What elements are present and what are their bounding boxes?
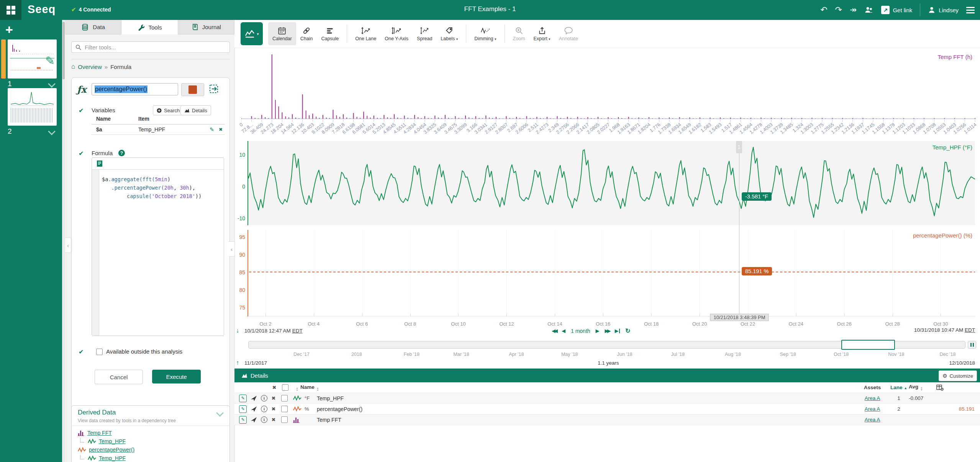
help-icon[interactable]: ? xyxy=(118,150,125,156)
item-checkbox[interactable] xyxy=(281,416,288,423)
timezone-link[interactable]: EDT xyxy=(965,327,975,333)
filter-tools-input[interactable]: Filter tools... xyxy=(71,41,230,53)
undo-button[interactable]: ↶ xyxy=(820,6,827,14)
assets-column-header[interactable]: Assets xyxy=(856,385,889,390)
home-icon[interactable]: ⌂ xyxy=(71,63,75,70)
step-forward-half-button[interactable]: ▶ xyxy=(596,328,600,334)
fft-bar-chart[interactable] xyxy=(241,49,976,123)
color-picker-button[interactable] xyxy=(181,83,204,96)
formula-code[interactable]: $a.aggregate(fft(5min) .percentagePower(… xyxy=(102,175,202,200)
investigate-rocket-icon[interactable] xyxy=(251,406,257,412)
edit-item-icon[interactable]: ✎ xyxy=(239,395,247,402)
user-menu[interactable]: Lindsey xyxy=(928,6,959,14)
investigate-rocket-icon[interactable] xyxy=(251,417,257,423)
table-row[interactable]: ✎i✖%percentagePower()Area A285.191 xyxy=(234,404,980,414)
timeline-selection[interactable] xyxy=(841,340,895,350)
asset-link[interactable]: Area A xyxy=(865,395,880,401)
lane-2-gridline xyxy=(893,230,893,316)
variable-search-button[interactable]: Search xyxy=(153,105,184,115)
popout-icon[interactable] xyxy=(209,84,219,94)
chevron-down-icon: ▾ xyxy=(495,37,497,41)
toolbar-button-capsule[interactable]: Capsule xyxy=(317,22,343,45)
breadcrumb-overview-link[interactable]: Overview xyxy=(78,64,102,70)
step-size-label[interactable]: 1 month xyxy=(571,328,590,334)
name-column-header[interactable]: ▲▼Name▲▼ xyxy=(294,384,856,392)
execute-button[interactable]: Execute xyxy=(152,370,201,383)
remove-all-icon[interactable]: ✖ xyxy=(271,385,277,390)
collapse-worksheets-handle[interactable]: ‹ xyxy=(65,238,71,253)
customize-button[interactable]: ⚙ Customize xyxy=(939,370,977,381)
item-info-icon[interactable]: i xyxy=(261,416,267,423)
investigate-rocket-icon[interactable] xyxy=(251,395,257,401)
toolbar-button-dimming[interactable]: Dimming ▾ xyxy=(470,22,500,45)
worksheet-menu-chevron-icon[interactable] xyxy=(48,80,56,88)
step-to-end-button[interactable]: ▶ xyxy=(615,328,620,334)
asset-link[interactable]: Area A xyxy=(865,406,880,412)
tab-data[interactable]: Data xyxy=(65,20,121,34)
view-selector-button[interactable]: ▾ xyxy=(241,22,263,45)
hamburger-menu-icon[interactable] xyxy=(966,7,975,13)
toolbar-button-calendar[interactable]: Calendar xyxy=(268,22,296,45)
item-checkbox[interactable] xyxy=(281,406,288,412)
toolbar-button-labels[interactable]: Labels ▾ xyxy=(436,22,462,45)
redo-button[interactable]: ↷ xyxy=(835,6,842,14)
asset-link[interactable]: Area A xyxy=(865,417,880,423)
tab-journal[interactable]: Journal xyxy=(178,20,234,34)
derived-item-link[interactable]: Temp_HPF xyxy=(99,455,126,461)
remove-variable-icon[interactable]: ✖ xyxy=(219,127,223,132)
lane-2-plot[interactable] xyxy=(248,230,975,316)
item-info-icon[interactable]: i xyxy=(261,395,267,401)
search-icon xyxy=(75,44,81,50)
edit-item-icon[interactable]: ✎ xyxy=(239,416,247,424)
step-back-half-button[interactable]: ◀ xyxy=(562,328,565,334)
timeline-capsule-toggle[interactable] xyxy=(968,341,976,349)
toolbar-button-chain[interactable]: Chain xyxy=(296,22,317,45)
timeline-start-arrow-icon[interactable]: ↑ xyxy=(236,359,239,366)
select-all-checkbox[interactable] xyxy=(282,384,288,391)
series-title-power[interactable]: percentagePower() (%) xyxy=(913,232,972,239)
item-info-icon[interactable]: i xyxy=(261,406,267,412)
remove-item-icon[interactable]: ✖ xyxy=(270,395,277,401)
item-checkbox[interactable] xyxy=(281,395,288,401)
refresh-icon[interactable]: ↻ xyxy=(625,327,630,334)
variable-details-button[interactable]: Details xyxy=(180,105,211,115)
toolbar-button-one-y-axis[interactable]: One Y-Axis xyxy=(380,22,413,45)
derived-item-link[interactable]: Temp FFT xyxy=(87,430,112,436)
derived-item-link[interactable]: percentagePower() xyxy=(89,447,134,453)
share-users-icon[interactable] xyxy=(864,6,873,14)
avg-column-header[interactable]: Avg▲▼ xyxy=(909,384,936,391)
edit-variable-icon[interactable]: ✎ xyxy=(210,126,214,133)
formula-name-input[interactable]: percentagePower() xyxy=(92,83,178,95)
timezone-link[interactable]: EDT xyxy=(292,328,303,334)
remove-item-icon[interactable]: ✖ xyxy=(270,417,277,423)
lane-column-header[interactable]: Lane ▲ xyxy=(889,385,909,390)
rail-scrollbar-thumb[interactable] xyxy=(62,22,65,79)
toolbar-button-spread[interactable]: Spread xyxy=(413,22,436,45)
lane-1-plot[interactable] xyxy=(248,141,975,225)
document-icon[interactable] xyxy=(97,160,103,167)
formula-editor[interactable]: $a.aggregate(fft(5min) .percentagePower(… xyxy=(92,157,224,336)
toolbar-button-export[interactable]: Export ▾ xyxy=(529,22,554,45)
derived-item-link[interactable]: Temp_HPF xyxy=(99,438,126,444)
chart-cursor-line[interactable] xyxy=(739,141,739,316)
worksheet-thumbnail-2[interactable] xyxy=(8,88,57,126)
table-row[interactable]: ✎i✖°FTemp_HPFArea A1-0.007 xyxy=(234,393,980,404)
step-back-full-button[interactable]: ◀◀ xyxy=(552,328,556,334)
step-forward-full-button[interactable]: ▶▶ xyxy=(605,328,610,334)
toolbar-button-one-lane[interactable]: One Lane xyxy=(351,22,380,45)
range-start-arrow-icon[interactable]: ↓ xyxy=(236,327,239,334)
add-column-button[interactable] xyxy=(936,385,975,391)
edit-item-icon[interactable]: ✎ xyxy=(239,405,247,413)
new-worksheet-button[interactable]: + xyxy=(5,22,13,37)
worksheet-thumbnail-1[interactable]: ✎ xyxy=(8,39,57,79)
remove-item-icon[interactable]: ✖ xyxy=(270,406,277,412)
available-outside-checkbox[interactable] xyxy=(96,349,103,355)
get-link-button[interactable]: ↗ Get link xyxy=(881,6,912,14)
rail-scrollbar-track[interactable] xyxy=(62,20,65,462)
tab-tools[interactable]: Tools xyxy=(121,20,178,34)
collapse-chevron-icon[interactable] xyxy=(216,409,224,417)
cancel-button[interactable]: Cancel xyxy=(95,370,143,384)
table-row[interactable]: ✎i✖Temp FFTArea A xyxy=(234,414,980,425)
forward-all-button[interactable]: ↠ xyxy=(850,6,857,14)
worksheet-menu-chevron-icon[interactable] xyxy=(48,128,56,135)
